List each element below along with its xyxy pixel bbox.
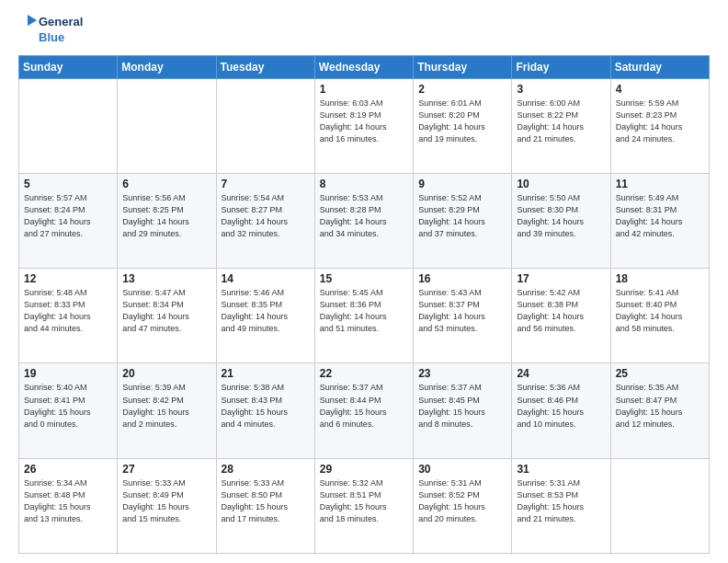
calendar-cell: 1Sunrise: 6:03 AMSunset: 8:19 PMDaylight…: [314, 78, 413, 173]
logo-blue-text: Blue: [39, 30, 83, 46]
calendar-cell: 17Sunrise: 5:42 AMSunset: 8:38 PMDayligh…: [512, 269, 610, 363]
day-number: 19: [24, 367, 112, 380]
day-number: 1: [320, 83, 408, 96]
calendar-header-friday: Friday: [512, 55, 610, 78]
calendar-cell: 12Sunrise: 5:48 AMSunset: 8:33 PMDayligh…: [19, 269, 118, 363]
day-info: Sunrise: 5:57 AMSunset: 8:24 PMDaylight:…: [24, 192, 112, 240]
day-number: 12: [24, 272, 112, 285]
day-number: 20: [122, 367, 210, 380]
page: General Blue SundayMondayTuesdayWednesda…: [0, 0, 728, 563]
day-number: 4: [616, 83, 704, 96]
day-info: Sunrise: 6:03 AMSunset: 8:19 PMDaylight:…: [320, 98, 408, 145]
calendar-cell: 28Sunrise: 5:33 AMSunset: 8:50 PMDayligh…: [216, 458, 314, 553]
day-number: 24: [517, 367, 605, 380]
calendar-header-saturday: Saturday: [610, 55, 709, 78]
day-info: Sunrise: 5:56 AMSunset: 8:25 PMDaylight:…: [122, 192, 210, 240]
day-number: 31: [517, 463, 605, 476]
day-number: 29: [320, 463, 408, 476]
day-info: Sunrise: 5:37 AMSunset: 8:44 PMDaylight:…: [320, 382, 408, 430]
calendar-cell: 9Sunrise: 5:52 AMSunset: 8:29 PMDaylight…: [414, 174, 512, 269]
day-number: 9: [418, 178, 506, 190]
svg-marker-1: [28, 15, 37, 26]
day-number: 3: [517, 83, 605, 96]
calendar-cell: 15Sunrise: 5:45 AMSunset: 8:36 PMDayligh…: [314, 269, 413, 363]
calendar-cell: 16Sunrise: 5:43 AMSunset: 8:37 PMDayligh…: [414, 269, 512, 363]
calendar-cell: 26Sunrise: 5:34 AMSunset: 8:48 PMDayligh…: [19, 458, 118, 553]
calendar-week-5: 26Sunrise: 5:34 AMSunset: 8:48 PMDayligh…: [19, 458, 710, 553]
calendar-cell: 4Sunrise: 5:59 AMSunset: 8:23 PMDaylight…: [610, 78, 709, 173]
calendar-cell: 22Sunrise: 5:37 AMSunset: 8:44 PMDayligh…: [314, 363, 413, 458]
calendar-cell: 14Sunrise: 5:46 AMSunset: 8:35 PMDayligh…: [216, 269, 314, 363]
calendar: SundayMondayTuesdayWednesdayThursdayFrid…: [18, 55, 710, 554]
calendar-header-wednesday: Wednesday: [314, 55, 413, 78]
calendar-cell: 30Sunrise: 5:31 AMSunset: 8:52 PMDayligh…: [414, 458, 512, 553]
calendar-cell: 8Sunrise: 5:53 AMSunset: 8:28 PMDaylight…: [314, 174, 413, 269]
day-info: Sunrise: 5:43 AMSunset: 8:37 PMDaylight:…: [418, 287, 506, 335]
calendar-cell: 10Sunrise: 5:50 AMSunset: 8:30 PMDayligh…: [512, 174, 610, 269]
calendar-cell: 31Sunrise: 5:31 AMSunset: 8:53 PMDayligh…: [512, 458, 610, 553]
calendar-cell: 13Sunrise: 5:47 AMSunset: 8:34 PMDayligh…: [118, 269, 216, 363]
day-info: Sunrise: 5:45 AMSunset: 8:36 PMDaylight:…: [320, 287, 408, 335]
day-number: 11: [616, 178, 704, 190]
day-info: Sunrise: 6:01 AMSunset: 8:20 PMDaylight:…: [418, 98, 506, 145]
day-number: 25: [616, 367, 704, 380]
logo: General Blue: [18, 15, 83, 46]
calendar-cell: 6Sunrise: 5:56 AMSunset: 8:25 PMDaylight…: [118, 174, 216, 269]
day-number: 7: [222, 178, 310, 190]
calendar-cell: [216, 78, 314, 173]
day-info: Sunrise: 5:48 AMSunset: 8:33 PMDaylight:…: [24, 287, 112, 335]
calendar-cell: 3Sunrise: 6:00 AMSunset: 8:22 PMDaylight…: [512, 78, 610, 173]
day-info: Sunrise: 5:38 AMSunset: 8:43 PMDaylight:…: [222, 382, 310, 430]
day-number: 10: [517, 178, 605, 190]
calendar-cell: [118, 78, 216, 173]
day-info: Sunrise: 5:31 AMSunset: 8:52 PMDaylight:…: [418, 477, 506, 525]
calendar-week-1: 1Sunrise: 6:03 AMSunset: 8:19 PMDaylight…: [19, 78, 710, 173]
day-number: 16: [418, 272, 506, 285]
day-info: Sunrise: 5:39 AMSunset: 8:42 PMDaylight:…: [122, 382, 210, 430]
day-number: 5: [24, 178, 112, 190]
day-number: 30: [418, 463, 506, 476]
day-info: Sunrise: 5:32 AMSunset: 8:51 PMDaylight:…: [320, 477, 408, 525]
day-number: 26: [24, 463, 112, 476]
day-number: 22: [320, 367, 408, 380]
calendar-header-thursday: Thursday: [414, 55, 512, 78]
day-info: Sunrise: 5:41 AMSunset: 8:40 PMDaylight:…: [616, 287, 704, 335]
logo-inner: General Blue: [18, 15, 83, 46]
day-number: 28: [222, 463, 310, 476]
day-number: 14: [222, 272, 310, 285]
day-info: Sunrise: 5:46 AMSunset: 8:35 PMDaylight:…: [222, 287, 310, 335]
calendar-header-sunday: Sunday: [19, 55, 118, 78]
day-info: Sunrise: 5:52 AMSunset: 8:29 PMDaylight:…: [418, 192, 506, 240]
day-info: Sunrise: 5:49 AMSunset: 8:31 PMDaylight:…: [616, 192, 704, 240]
day-number: 8: [320, 178, 408, 190]
calendar-cell: 23Sunrise: 5:37 AMSunset: 8:45 PMDayligh…: [414, 363, 512, 458]
day-number: 17: [517, 272, 605, 285]
day-number: 18: [616, 272, 704, 285]
calendar-cell: 5Sunrise: 5:57 AMSunset: 8:24 PMDaylight…: [19, 174, 118, 269]
calendar-header-tuesday: Tuesday: [216, 55, 314, 78]
day-info: Sunrise: 5:40 AMSunset: 8:41 PMDaylight:…: [24, 382, 112, 430]
day-info: Sunrise: 5:33 AMSunset: 8:50 PMDaylight:…: [222, 477, 310, 525]
day-info: Sunrise: 5:50 AMSunset: 8:30 PMDaylight:…: [517, 192, 605, 240]
calendar-cell: [610, 458, 709, 553]
day-number: 2: [418, 83, 506, 96]
day-number: 27: [122, 463, 210, 476]
day-info: Sunrise: 5:37 AMSunset: 8:45 PMDaylight:…: [418, 382, 506, 430]
calendar-header-monday: Monday: [118, 55, 216, 78]
calendar-week-4: 19Sunrise: 5:40 AMSunset: 8:41 PMDayligh…: [19, 363, 710, 458]
calendar-cell: 29Sunrise: 5:32 AMSunset: 8:51 PMDayligh…: [314, 458, 413, 553]
calendar-cell: 27Sunrise: 5:33 AMSunset: 8:49 PMDayligh…: [118, 458, 216, 553]
day-info: Sunrise: 5:34 AMSunset: 8:48 PMDaylight:…: [24, 477, 112, 525]
day-info: Sunrise: 6:00 AMSunset: 8:22 PMDaylight:…: [517, 98, 605, 145]
calendar-cell: 21Sunrise: 5:38 AMSunset: 8:43 PMDayligh…: [216, 363, 314, 458]
day-number: 6: [122, 178, 210, 190]
day-number: 13: [122, 272, 210, 285]
day-info: Sunrise: 5:31 AMSunset: 8:53 PMDaylight:…: [517, 477, 605, 525]
calendar-cell: 11Sunrise: 5:49 AMSunset: 8:31 PMDayligh…: [610, 174, 709, 269]
calendar-cell: [19, 78, 118, 173]
day-info: Sunrise: 5:53 AMSunset: 8:28 PMDaylight:…: [320, 192, 408, 240]
day-info: Sunrise: 5:54 AMSunset: 8:27 PMDaylight:…: [222, 192, 310, 240]
calendar-week-3: 12Sunrise: 5:48 AMSunset: 8:33 PMDayligh…: [19, 269, 710, 363]
calendar-cell: 2Sunrise: 6:01 AMSunset: 8:20 PMDaylight…: [414, 78, 512, 173]
day-info: Sunrise: 5:59 AMSunset: 8:23 PMDaylight:…: [616, 98, 704, 145]
